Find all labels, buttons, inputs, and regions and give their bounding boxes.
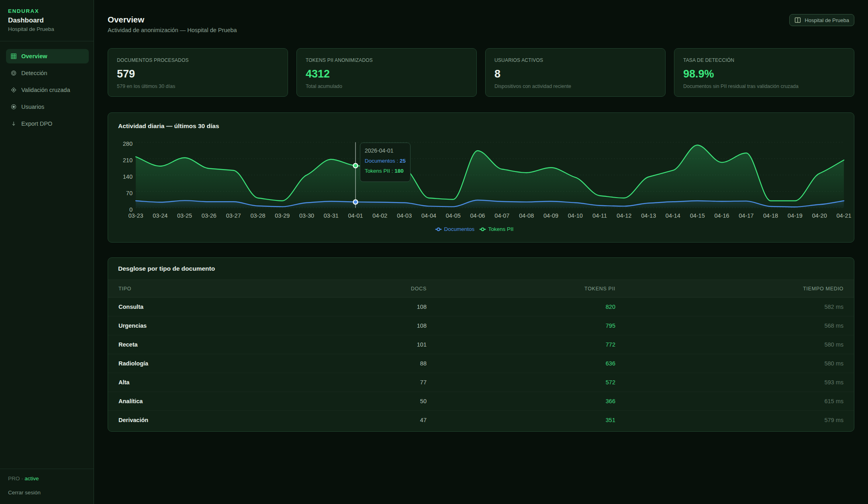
svg-text:04-06: 04-06 bbox=[470, 212, 485, 219]
svg-text:04-15: 04-15 bbox=[690, 212, 705, 219]
svg-text:03-27: 03-27 bbox=[226, 212, 241, 219]
svg-text:70: 70 bbox=[126, 190, 133, 196]
svg-text:04-03: 04-03 bbox=[397, 212, 412, 219]
svg-text:04-12: 04-12 bbox=[617, 212, 631, 219]
svg-text:04-14: 04-14 bbox=[666, 212, 680, 219]
svg-text:04-18: 04-18 bbox=[763, 212, 778, 219]
svg-text:04-07: 04-07 bbox=[494, 212, 509, 219]
svg-text:03-25: 03-25 bbox=[177, 212, 192, 219]
svg-text:03-23: 03-23 bbox=[128, 212, 143, 219]
svg-text:04-10: 04-10 bbox=[568, 212, 583, 219]
svg-text:03-29: 03-29 bbox=[275, 212, 290, 219]
svg-text:04-16: 04-16 bbox=[714, 212, 729, 219]
svg-text:03-30: 03-30 bbox=[299, 212, 314, 219]
svg-text:04-05: 04-05 bbox=[446, 212, 461, 219]
svg-text:04-09: 04-09 bbox=[543, 212, 558, 219]
svg-text:04-21: 04-21 bbox=[836, 212, 851, 219]
svg-text:210: 210 bbox=[123, 157, 133, 163]
svg-text:03-24: 03-24 bbox=[153, 212, 167, 219]
svg-text:04-02: 04-02 bbox=[372, 212, 387, 219]
svg-text:03-26: 03-26 bbox=[202, 212, 216, 219]
svg-text:04-17: 04-17 bbox=[739, 212, 754, 219]
svg-text:04-04: 04-04 bbox=[421, 212, 436, 219]
svg-text:03-31: 03-31 bbox=[324, 212, 339, 219]
svg-text:03-28: 03-28 bbox=[250, 212, 265, 219]
svg-text:0: 0 bbox=[129, 206, 133, 213]
svg-text:04-13: 04-13 bbox=[641, 212, 656, 219]
svg-text:04-19: 04-19 bbox=[788, 212, 803, 219]
svg-text:280: 280 bbox=[123, 141, 133, 147]
svg-text:140: 140 bbox=[123, 173, 133, 180]
svg-text:04-20: 04-20 bbox=[812, 212, 827, 219]
svg-text:04-01: 04-01 bbox=[348, 212, 363, 219]
svg-text:04-08: 04-08 bbox=[519, 212, 534, 219]
svg-text:04-11: 04-11 bbox=[592, 212, 607, 219]
